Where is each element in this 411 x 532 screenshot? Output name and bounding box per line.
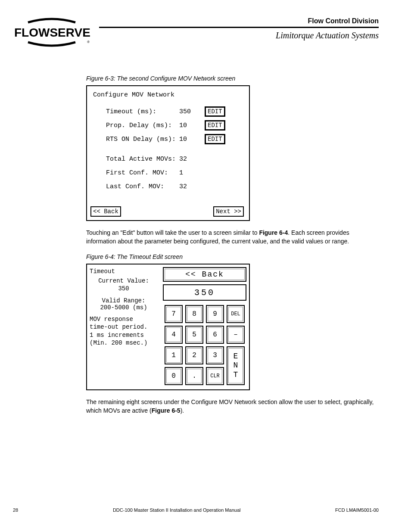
key-minus[interactable]: – xyxy=(227,326,245,344)
configure-mov-screen: Configure MOV Network Timeout (ms): 350 … xyxy=(86,85,250,221)
key-del[interactable]: DEL xyxy=(227,305,245,323)
desc-line-2: time-out period. xyxy=(90,323,158,331)
valid-range-label: Valid Range: xyxy=(90,297,158,304)
back-button[interactable]: << Back xyxy=(90,206,121,217)
page-footer: 28 DDC-100 Master Station II Installatio… xyxy=(13,507,379,513)
edit-prop-delay-button[interactable]: EDIT xyxy=(205,121,225,130)
key-8[interactable]: 8 xyxy=(185,305,203,323)
key-6[interactable]: 6 xyxy=(206,326,224,344)
key-enter[interactable]: E N T xyxy=(227,346,245,385)
figure-6-4-caption: Figure 6-4: The Timeout Edit screen xyxy=(86,253,379,260)
total-movs-value: 32 xyxy=(179,156,196,163)
figure-6-3-caption: Figure 6-3: The second Configure MOV Net… xyxy=(86,75,379,82)
footer-title: DDC-100 Master Station II Installation a… xyxy=(113,507,241,513)
desc-line-1: MOV response xyxy=(90,315,158,323)
key-dot[interactable]: . xyxy=(185,367,203,385)
key-1[interactable]: 1 xyxy=(165,346,183,364)
key-7[interactable]: 7 xyxy=(165,305,183,323)
edit-rts-delay-button[interactable]: EDIT xyxy=(205,134,225,144)
numeric-display: 350 xyxy=(163,284,246,301)
prop-delay-value: 10 xyxy=(179,122,196,129)
flowserve-logo: FLOWSERVE ® xyxy=(13,17,90,49)
screen-title: Configure MOV Network xyxy=(90,91,246,99)
edit-timeout-button[interactable]: EDIT xyxy=(205,107,225,116)
timeout-title: Timeout xyxy=(90,268,158,275)
key-4[interactable]: 4 xyxy=(165,326,183,344)
timeout-label: Timeout (ms): xyxy=(106,108,179,115)
timeout-value: 350 xyxy=(179,108,196,115)
last-mov-label: Last Conf. MOV: xyxy=(106,183,179,190)
next-button[interactable]: Next >> xyxy=(213,206,244,217)
current-value: 350 xyxy=(90,285,158,292)
total-movs-label: Total Active MOVs: xyxy=(106,156,179,163)
key-5[interactable]: 5 xyxy=(185,326,203,344)
timeout-edit-screen: Timeout Current Value: 350 Valid Range: … xyxy=(86,264,250,390)
last-mov-value: 32 xyxy=(179,183,196,190)
keypad-back-button[interactable]: << Back xyxy=(163,267,246,282)
key-0[interactable]: 0 xyxy=(165,367,183,385)
numeric-keypad: 7 8 9 DEL 4 5 6 – 1 2 3 E N T 0 . CLR xyxy=(163,305,246,385)
current-value-label: Current Value: xyxy=(90,277,158,284)
paragraph-edit-description: Touching an "Edit" button will take the … xyxy=(86,229,379,246)
subtitle: Limitorque Actuation Systems xyxy=(99,31,379,40)
svg-text:FLOWSERVE: FLOWSERVE xyxy=(14,26,90,39)
first-mov-label: First Conf. MOV: xyxy=(106,169,179,177)
key-2[interactable]: 2 xyxy=(185,346,203,364)
desc-line-3: 1 ms increments xyxy=(90,331,158,339)
desc-line-4: (Min. 200 msec.) xyxy=(90,339,158,347)
rts-delay-label: RTS ON Delay (ms): xyxy=(106,136,179,143)
first-mov-value: 1 xyxy=(179,169,196,177)
header-rule xyxy=(99,27,379,28)
key-3[interactable]: 3 xyxy=(206,346,224,364)
footer-code: FCD LMAIM5001-00 xyxy=(335,507,379,513)
key-clr[interactable]: CLR xyxy=(206,367,224,385)
paragraph-remaining-screens: The remaining eight screens under the Co… xyxy=(86,398,379,415)
page-number: 28 xyxy=(13,507,18,513)
division-title: Flow Control Division xyxy=(99,17,379,25)
rts-delay-value: 10 xyxy=(179,136,196,143)
valid-range-value: 200-5000 (ms) xyxy=(90,304,158,311)
key-9[interactable]: 9 xyxy=(206,305,224,323)
prop-delay-label: Prop. Delay (ms): xyxy=(106,122,179,129)
svg-text:®: ® xyxy=(87,40,90,44)
